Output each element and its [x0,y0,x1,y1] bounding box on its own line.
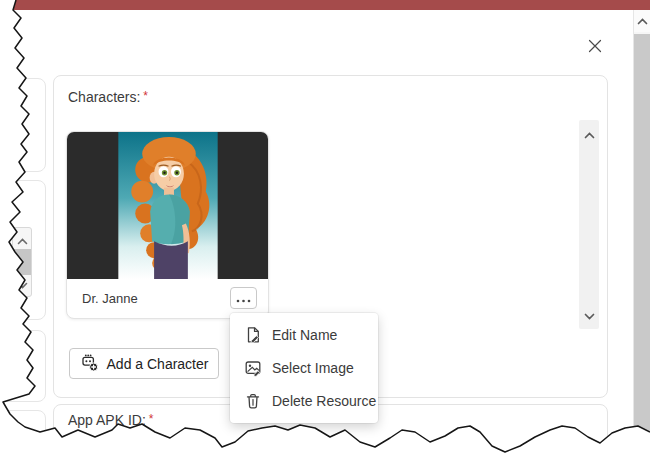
characters-list-scrollbar[interactable] [579,120,599,329]
character-card[interactable]: Dr. Janne [66,131,269,319]
menu-item-label: Delete Resource [272,393,376,409]
apk-id-label-text: App APK ID: [68,412,146,428]
window-scrollbar[interactable] [633,10,650,457]
scrollbar-thumb[interactable] [634,34,650,454]
characters-label-text: Characters: [68,89,140,105]
left-mini-scrollbar[interactable] [12,227,32,297]
close-icon [587,38,603,57]
add-character-button[interactable]: Add a Character [69,348,219,379]
characters-label: Characters:* [68,89,148,105]
character-name-row: Dr. Janne [67,279,268,317]
cut-left-panel [0,410,46,457]
required-asterisk: * [149,412,154,426]
menu-item-delete-resource[interactable]: Delete Resource [230,385,378,418]
menu-item-label: Edit Name [272,327,337,343]
window-title-bar [0,0,650,10]
menu-item-edit-name[interactable]: Edit Name [230,318,378,351]
character-name: Dr. Janne [82,291,138,306]
character-more-button[interactable] [230,287,257,309]
character-context-menu: Edit Name Select Image [230,313,378,423]
dialog-window: Characters:* [0,0,650,457]
apk-id-label: App APK ID:* [68,412,154,428]
cut-left-panel [0,330,46,402]
chevron-up-icon[interactable] [17,231,28,249]
add-character-label: Add a Character [107,356,209,372]
edit-name-icon [243,325,262,344]
chevron-down-icon[interactable] [17,275,28,293]
chevron-up-icon[interactable] [584,125,595,143]
chevron-down-icon[interactable] [584,306,595,324]
select-image-icon [243,358,262,377]
scrollbar-thumb[interactable] [13,249,31,275]
close-button[interactable] [580,32,610,62]
character-image [67,132,268,279]
chevron-up-icon[interactable] [634,10,650,32]
menu-item-select-image[interactable]: Select Image [230,351,378,384]
delete-resource-icon [243,392,262,411]
required-asterisk: * [143,89,148,103]
character-illustration [118,132,218,279]
menu-item-label: Select Image [272,360,354,376]
robot-add-icon [80,353,99,375]
ellipsis-icon [236,291,251,306]
cut-left-panel [0,78,46,172]
